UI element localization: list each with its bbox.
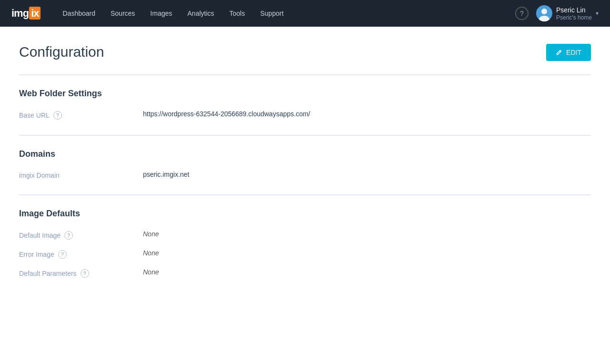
page-title: Configuration bbox=[19, 44, 104, 60]
image-defaults-title: Image Defaults bbox=[19, 209, 591, 219]
default-params-value: None bbox=[143, 268, 159, 276]
logo-highlight: ix bbox=[29, 7, 41, 20]
web-folder-divider bbox=[19, 135, 591, 136]
user-menu[interactable]: Pseric Lin Pseric's home ▾ bbox=[536, 5, 599, 21]
error-image-label: Error Image ? bbox=[19, 249, 143, 259]
error-image-help-icon[interactable]: ? bbox=[58, 250, 67, 259]
main-content: Configuration EDIT Web Folder Settings B… bbox=[0, 27, 610, 304]
default-image-row: Default Image ? None bbox=[19, 230, 591, 240]
default-params-row: Default Parameters ? None bbox=[19, 268, 591, 278]
domains-section: Domains imgix Domain pseric.imgix.net bbox=[19, 149, 591, 179]
default-params-help-icon[interactable]: ? bbox=[81, 269, 89, 278]
imgix-domain-value: pseric.imgix.net bbox=[143, 171, 189, 178]
web-folder-title: Web Folder Settings bbox=[19, 89, 591, 99]
web-folder-section: Web Folder Settings Base URL ? https://w… bbox=[19, 89, 591, 120]
default-params-label: Default Parameters ? bbox=[19, 268, 143, 278]
header-divider bbox=[19, 74, 591, 75]
imgix-domain-label: imgix Domain bbox=[19, 171, 143, 179]
navbar-right: ? Pseric Lin Pseric's home ▾ bbox=[515, 5, 599, 21]
user-name: Pseric Lin bbox=[556, 6, 592, 14]
page-header: Configuration EDIT bbox=[19, 44, 591, 61]
nav-images[interactable]: Images bbox=[143, 6, 179, 21]
nav-sources[interactable]: Sources bbox=[104, 6, 142, 21]
nav-dashboard[interactable]: Dashboard bbox=[56, 6, 102, 21]
error-image-row: Error Image ? None bbox=[19, 249, 591, 259]
svg-point-1 bbox=[541, 9, 547, 14]
nav-links: Dashboard Sources Images Analytics Tools… bbox=[56, 6, 515, 21]
edit-button[interactable]: EDIT bbox=[546, 44, 591, 61]
nav-support[interactable]: Support bbox=[254, 6, 290, 21]
base-url-value: https://wordpress-632544-2056689.cloudwa… bbox=[143, 110, 310, 118]
domains-title: Domains bbox=[19, 149, 591, 159]
avatar-image bbox=[536, 5, 552, 21]
default-image-value: None bbox=[143, 230, 159, 238]
edit-icon bbox=[556, 49, 562, 56]
nav-tools[interactable]: Tools bbox=[223, 6, 252, 21]
avatar bbox=[536, 5, 552, 21]
logo-text: imgix bbox=[11, 7, 41, 20]
user-text: Pseric Lin Pseric's home bbox=[556, 6, 592, 21]
navbar: imgix Dashboard Sources Images Analytics… bbox=[0, 0, 610, 27]
base-url-help-icon[interactable]: ? bbox=[53, 111, 62, 120]
help-button[interactable]: ? bbox=[515, 7, 529, 20]
base-url-row: Base URL ? https://wordpress-632544-2056… bbox=[19, 110, 591, 120]
user-subtitle: Pseric's home bbox=[556, 14, 592, 21]
domains-divider bbox=[19, 194, 591, 195]
logo[interactable]: imgix bbox=[11, 7, 41, 20]
default-image-label: Default Image ? bbox=[19, 230, 143, 240]
nav-analytics[interactable]: Analytics bbox=[181, 6, 221, 21]
imgix-domain-row: imgix Domain pseric.imgix.net bbox=[19, 171, 591, 179]
image-defaults-section: Image Defaults Default Image ? None Erro… bbox=[19, 209, 591, 278]
base-url-label: Base URL ? bbox=[19, 110, 143, 120]
default-image-help-icon[interactable]: ? bbox=[64, 231, 73, 240]
chevron-down-icon: ▾ bbox=[596, 10, 599, 17]
error-image-value: None bbox=[143, 249, 159, 257]
